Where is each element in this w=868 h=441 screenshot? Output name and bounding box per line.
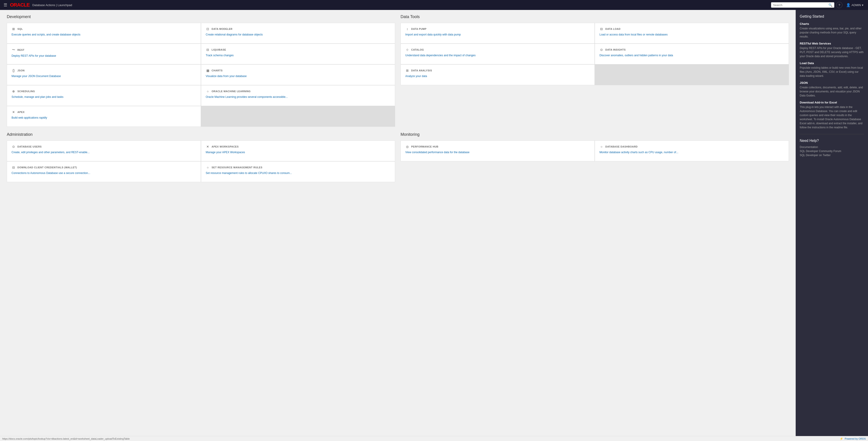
database-users-card-desc: Create, edit privileges and other parame…	[11, 150, 196, 154]
data-insights-card-name: DATA INSIGHTS	[605, 49, 626, 51]
oml-icon: ○	[206, 90, 210, 93]
data-modeler-card-desc: Create relational diagrams for database …	[206, 33, 391, 37]
administration-section: Administration ⊙ DATABASE USERS Create, …	[7, 132, 395, 182]
data-pump-icon: ↕	[405, 27, 409, 31]
data-pump-card[interactable]: ↕ DATA PUMP Import and export data quick…	[401, 23, 594, 43]
scheduling-card[interactable]: ⊕ SCHEDULING Schedule, manage and plan j…	[7, 85, 201, 106]
load-data-link-desc: Populate existing tables or build new on…	[800, 66, 864, 78]
data-load-card-header: ⊟ DATA LOAD	[599, 27, 784, 31]
data-modeler-card[interactable]: ⊡ DATA MODELER Create relational diagram…	[201, 23, 395, 43]
sql-card-name: SQL	[18, 28, 23, 30]
top-sections-row: Development ⊞ SQL Execute queries and sc…	[7, 14, 789, 127]
charts-icon: ▦	[206, 69, 210, 72]
database-dashboard-icon: ○	[599, 145, 603, 149]
search-box[interactable]: 🔍	[771, 2, 834, 8]
load-data-link-title[interactable]: Load Data	[800, 61, 864, 65]
rest-card-desc: Deploy REST APIs for your database	[11, 54, 196, 58]
restful-link-desc: Deploy REST APIs for your Oracle databas…	[800, 46, 864, 58]
apex-workspaces-card-name: APEX WORKSPACES	[212, 145, 239, 148]
excel-addin-link-title[interactable]: Download Add-in for Excel	[800, 101, 864, 104]
catalog-card-desc: Understand data dependencies and the imp…	[405, 53, 590, 57]
development-section: Development ⊞ SQL Execute queries and sc…	[7, 14, 395, 127]
liquibase-card[interactable]: ⊟ LIQUIBASE Track schema changes	[201, 44, 395, 64]
data-pump-card-header: ↕ DATA PUMP	[405, 27, 590, 31]
database-dashboard-card-desc: Monitor database activity charts such as…	[599, 150, 784, 154]
right-sidebar: Getting Started Charts Create visualizat…	[796, 10, 868, 436]
data-insights-card-desc: Discover anomalies, outliers and hidden …	[599, 53, 784, 57]
data-insights-card-header: ⊙ DATA INSIGHTS	[599, 48, 784, 52]
data-modeler-icon: ⊡	[206, 27, 210, 31]
development-title: Development	[7, 14, 395, 19]
sql-card-desc: Execute queries and scripts, and create …	[11, 33, 196, 37]
json-link-title[interactable]: JSON	[800, 81, 864, 85]
catalog-icon: ⊹	[405, 48, 409, 52]
rest-card-name: REST	[18, 49, 24, 51]
database-dashboard-card[interactable]: ○ DATABASE DASHBOARD Monitor database ac…	[595, 141, 789, 161]
download-credentials-icon: ⊟	[11, 166, 16, 169]
resource-management-card-name: SET RESOURCE MANAGEMENT RULES	[212, 166, 262, 169]
top-navigation: ☰ ORACLE Database Actions | Launchpad 🔍 …	[0, 0, 868, 10]
status-url: https://docs.oracle.com/pls/topic/lookup…	[2, 437, 130, 440]
apex-card-header: ✕ APEX	[11, 110, 196, 114]
apex-card[interactable]: ✕ APEX Build web applications rapidly	[7, 106, 201, 127]
bottom-sections-row: Administration ⊙ DATABASE USERS Create, …	[7, 132, 789, 182]
apex-card-desc: Build web applications rapidly	[11, 116, 196, 120]
username-label: ADMIN	[851, 3, 861, 7]
user-menu-button[interactable]: 👤 ADMIN ▾	[844, 2, 865, 8]
apex-workspaces-card[interactable]: ✕ APEX WORKSPACES Manage your APEX Works…	[201, 141, 395, 161]
search-input[interactable]	[773, 3, 828, 7]
data-tools-cards-grid: ↕ DATA PUMP Import and export data quick…	[401, 23, 789, 85]
json-card[interactable]: {} JSON Manage your JSON Document Databa…	[7, 65, 201, 85]
twitter-link[interactable]: SQL Developer on Twitter	[800, 154, 864, 157]
resource-management-card-header: ○ SET RESOURCE MANAGEMENT RULES	[206, 166, 391, 169]
data-analysis-card-header: ⊞ DATA ANALYSIS	[405, 69, 590, 72]
restful-link-title[interactable]: RESTful Web Services	[800, 42, 864, 45]
administration-title: Administration	[7, 132, 395, 137]
performance-hub-icon: ◎	[405, 145, 409, 149]
apex-workspaces-card-header: ✕ APEX WORKSPACES	[206, 145, 391, 149]
administration-cards-grid: ⊙ DATABASE USERS Create, edit privileges…	[7, 140, 395, 182]
json-link-desc: Create collections, documents, add, edit…	[800, 85, 864, 98]
database-users-card-header: ⊙ DATABASE USERS	[11, 145, 196, 149]
main-layout: Development ⊞ SQL Execute queries and sc…	[0, 10, 868, 436]
database-users-card-name: DATABASE USERS	[18, 145, 41, 148]
data-analysis-icon: ⊞	[405, 69, 409, 72]
rest-card[interactable]: 〜 REST Deploy REST APIs for your databas…	[7, 44, 201, 64]
help-button[interactable]: ?	[836, 2, 842, 8]
json-icon: {}	[11, 69, 16, 72]
catalog-card[interactable]: ⊹ CATALOG Understand data dependencies a…	[401, 44, 594, 64]
data-load-card[interactable]: ⊟ DATA LOAD Load or access data from loc…	[595, 23, 789, 43]
data-modeler-card-header: ⊡ DATA MODELER	[206, 27, 391, 31]
user-icon: 👤	[846, 3, 850, 7]
download-credentials-card-header: ⊟ DOWNLOAD CLIENT CREDENTIALS (WALLET)	[11, 166, 196, 169]
oml-card[interactable]: ○ ORACLE MACHINE LEARNING Oracle Machine…	[201, 85, 395, 106]
database-users-icon: ⊙	[11, 145, 16, 149]
resource-management-card[interactable]: ○ SET RESOURCE MANAGEMENT RULES Set reso…	[201, 161, 395, 182]
hamburger-menu-button[interactable]: ☰	[3, 2, 8, 8]
sql-card-header: ⊞ SQL	[11, 27, 196, 31]
oracle-brand-text: ORACLE	[10, 2, 30, 8]
database-users-card[interactable]: ⊙ DATABASE USERS Create, edit privileges…	[7, 141, 201, 161]
data-analysis-card[interactable]: ⊞ DATA ANALYSIS Analyze your data	[401, 65, 594, 85]
performance-hub-card-header: ◎ PERFORMANCE HUB	[405, 145, 590, 149]
ords-link[interactable]: ⚡ Powered by ORDS	[840, 437, 866, 440]
charts-card[interactable]: ▦ CHARTS Visualize data from your databa…	[201, 65, 395, 85]
data-tools-title: Data Tools	[401, 14, 789, 19]
performance-hub-card[interactable]: ◎ PERFORMANCE HUB View consolidated perf…	[401, 141, 594, 161]
liquibase-card-header: ⊟ LIQUIBASE	[206, 48, 391, 52]
charts-link-title[interactable]: Charts	[800, 22, 864, 26]
apex-workspaces-icon: ✕	[206, 145, 210, 149]
scheduling-card-desc: Schedule, manage and plan jobs and tasks	[11, 95, 196, 99]
community-forum-link[interactable]: SQL Developer Community Forum	[800, 150, 864, 153]
sql-card[interactable]: ⊞ SQL Execute queries and scripts, and c…	[7, 23, 201, 43]
data-tools-section: Data Tools ↕ DATA PUMP Import and export…	[401, 14, 789, 127]
download-credentials-card[interactable]: ⊟ DOWNLOAD CLIENT CREDENTIALS (WALLET) C…	[7, 161, 201, 182]
documentation-link[interactable]: Documentation	[800, 146, 864, 149]
performance-hub-card-name: PERFORMANCE HUB	[411, 145, 438, 148]
data-insights-card[interactable]: ⊙ DATA INSIGHTS Discover anomalies, outl…	[595, 44, 789, 64]
json-card-desc: Manage your JSON Document Database	[11, 74, 196, 78]
data-load-card-desc: Load or access data from local files or …	[599, 33, 784, 37]
rest-icon: 〜	[11, 48, 16, 52]
scheduling-icon: ⊕	[11, 90, 16, 93]
liquibase-card-name: LIQUIBASE	[212, 49, 226, 51]
